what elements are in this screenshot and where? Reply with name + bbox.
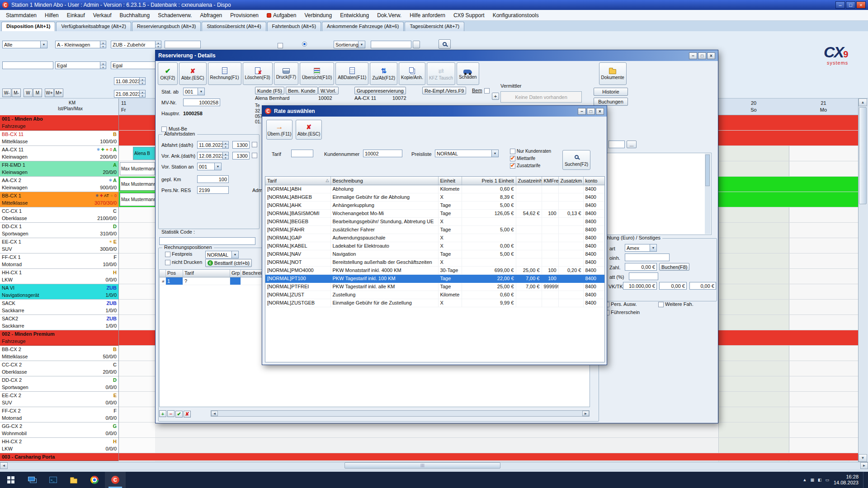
close-icon[interactable]	[707, 52, 715, 59]
uebernehmen-button[interactable]: Übern.(F11)	[266, 120, 292, 140]
vk-input[interactable]: 10.000,00 €	[623, 282, 657, 290]
chevron-down-icon[interactable]	[40, 41, 47, 48]
ellipsis-button[interactable]: ...	[627, 141, 637, 148]
rate-col-beschreibung[interactable]: Beschreibung	[330, 177, 438, 185]
range-button-w[interactable]: W+	[45, 89, 54, 97]
horizontal-scrollbar[interactable]	[0, 462, 868, 469]
menu-item-verbindung[interactable]: Verbindung	[300, 11, 336, 20]
tray-network-icon[interactable]: ▦	[810, 478, 814, 482]
toolbar-kopie-anh[interactable]: Kopie/Anh.	[399, 62, 425, 85]
tab-tages-bersicht-alt-7[interactable]: Tagesübersicht (Alt+7)	[405, 22, 464, 31]
fleet-row-fr-emd-1[interactable]: FR-EMD 1AKleinwagen20/0/0	[0, 161, 118, 177]
rate-titlebar[interactable]: C Rate auswählen	[262, 106, 607, 117]
scroll-right-icon[interactable]	[860, 462, 868, 469]
spinner-icon[interactable]	[139, 90, 145, 97]
positions-col-pos[interactable]: Pos	[166, 270, 183, 277]
buchungen-button[interactable]: Buchungen	[594, 98, 628, 106]
toolbar-sch-den[interactable]: Schäden	[457, 62, 479, 85]
festpreis-checkbox[interactable]	[165, 252, 170, 257]
fleet-group-002-minden-premium[interactable]: 002 - Minden PremiumFahrzeuge	[0, 330, 118, 346]
hscrollbar-thumb[interactable]	[344, 462, 500, 469]
spinner-icon[interactable]	[155, 41, 161, 48]
gruppenreservierung-button[interactable]: Gruppenreservierung	[354, 87, 406, 94]
reservierung-titlebar[interactable]: Reservierung - Details	[156, 50, 718, 61]
abfahrt-checkbox[interactable]	[252, 142, 257, 147]
toolbar-abbr-esc[interactable]: Abbr.(ESC)	[179, 62, 207, 85]
rate-col-tarif[interactable]: Tarif	[265, 177, 330, 185]
rate-col-konto[interactable]: konto	[583, 177, 605, 185]
tray-input-icon[interactable]: ▭	[825, 478, 829, 482]
nur-kundenraten-checkbox[interactable]	[510, 149, 515, 154]
bis-date-input[interactable]: 21.08.2023	[114, 90, 146, 98]
vor-ank-checkbox[interactable]	[252, 153, 257, 158]
ausst-zeitraum-checkbox[interactable]	[278, 43, 283, 48]
fahrzeuge-von-select[interactable]: A - Kleinwagen	[55, 41, 106, 48]
oinh-input[interactable]	[625, 253, 670, 261]
menu-item-einkauf[interactable]: Einkauf	[63, 11, 89, 20]
timeline-row-gg-cx-2[interactable]	[119, 422, 858, 438]
rate-row-normal-begeb[interactable]: [NORMAL]BEGEBBearbeitungsgebühr/ Stundun…	[265, 217, 605, 225]
add-position-button[interactable]: +	[159, 410, 166, 417]
fleet-row-ff-cx-1[interactable]: FF-CX 1FMotorrad10/0/0	[0, 253, 118, 269]
vor-ank-date-input[interactable]: 12.08.2023	[197, 152, 229, 160]
vor-station-select[interactable]: 001	[197, 163, 222, 170]
rate-col-kmfrei[interactable]: KMFrei	[542, 177, 558, 185]
rate-row-normal-pmo4000[interactable]: [NORMAL]PMO4000PKW Monatstarif inkl. 400…	[265, 266, 605, 274]
statistik-input[interactable]	[159, 237, 255, 245]
range-button-m[interactable]: M+	[54, 89, 63, 97]
von-date-input[interactable]: 11.08.2023	[114, 77, 146, 85]
rate-row-normal-abh[interactable]: [NORMAL]ABHAbholungKilomete0,60 €8400	[265, 185, 605, 193]
spinner-icon[interactable]	[222, 141, 228, 148]
timeline-row-003-carsharing-porta[interactable]	[119, 453, 858, 461]
tk-input-1[interactable]: 0,00 €	[659, 282, 687, 290]
spinner-icon[interactable]	[100, 41, 106, 48]
kundennummer-input[interactable]: 10002	[363, 150, 402, 157]
panel-scrollbar[interactable]	[705, 154, 711, 234]
rate-row-normal-zustgeb[interactable]: [NORMAL]ZUSTGEBEinmalige Gebühr für die …	[265, 299, 605, 307]
menu-item-abfragen[interactable]: Abfragen	[196, 11, 226, 20]
toolbar-druck-f7[interactable]: Druck(F7)	[274, 62, 298, 85]
menu-item-aufgaben[interactable]: Aufgaben	[263, 11, 300, 20]
chevron-down-icon[interactable]	[231, 251, 238, 258]
abfahrt-time-input[interactable]: 1300	[232, 141, 250, 149]
rate-row-normal-nav[interactable]: [NORMAL]NAVNavigationTage5,00 €8400	[265, 250, 605, 258]
apply-position-button[interactable]: ✔	[175, 411, 183, 418]
fleet-row-hh-cx-2[interactable]: HH-CX 2HLKW0/0/0	[0, 438, 118, 453]
close-icon[interactable]: ×	[856, 1, 866, 9]
fleet-row-sack2[interactable]: SACK2ZUBSackkarre1/0/0	[0, 315, 118, 330]
spinner-icon[interactable]	[139, 78, 145, 84]
preisliste-select[interactable]: NORMAL	[435, 150, 499, 157]
ausstattung-input[interactable]	[165, 41, 201, 48]
right-mini-input[interactable]	[609, 141, 625, 148]
show-desktop-button[interactable]	[863, 472, 865, 488]
taskbar-app-displays[interactable]	[22, 472, 42, 488]
fleet-row-aa-cx-2[interactable]: AA-CX 2❄AKleinwagen900/0/0	[0, 177, 118, 192]
positions-col-tarif[interactable]: Tarif	[183, 270, 230, 277]
toolbar-kfz-tausch[interactable]: KFZ Tausch	[427, 62, 455, 85]
range-button-w[interactable]: W-	[2, 89, 11, 97]
tab-fahrtenbuch-alt-5[interactable]: Fahrtenbuch (Alt+5)	[267, 22, 321, 31]
taskbar-app-cx9[interactable]: C	[105, 472, 126, 488]
menu-item-entwicklung[interactable]: Entwicklung	[336, 11, 373, 20]
fleet-row-bb-cx-11[interactable]: BB-CX 11BMittelklasse100/0/0	[0, 131, 118, 146]
menu-item-schadenverw[interactable]: Schadenverw.	[154, 11, 196, 20]
range-button-m[interactable]: M	[33, 89, 42, 97]
rate-row-normal-zust[interactable]: [NORMAL]ZUSTZustellungKilomete0,60 €8400	[265, 291, 605, 299]
spinner-icon[interactable]	[100, 62, 106, 69]
fleet-row-hh-cx-1[interactable]: HH-CX 1HLKW0/0/0	[0, 269, 118, 284]
historie-button[interactable]: Historie	[594, 88, 628, 96]
vertical-scrollbar[interactable]	[858, 99, 867, 462]
fleet-row-bb-cx-1[interactable]: BB-CX 1❄✚AT★0Mittelklasse3070/30/0	[0, 192, 118, 207]
tab-ankommende-fahrzeuge-alt-6[interactable]: Ankommende Fahrzeuge (Alt+6)	[322, 22, 404, 31]
rate-col-preis-1-einheit[interactable]: Preis 1 Einheit	[462, 177, 516, 185]
fleet-row-ff-cx-2[interactable]: FF-CX 2FMotorrad0/0/0	[0, 407, 118, 422]
rate-row-normal-ptfrei[interactable]: [NORMAL]PTFREIPKW Tagestarif inkl. alle …	[265, 282, 605, 291]
bem-kunde-button[interactable]: Bem. Kunde	[286, 87, 318, 94]
rate-row-normal-fahr[interactable]: [NORMAL]FAHRzusätzlicher FahrerTage5,00 …	[265, 225, 605, 234]
taskbar-app-chrome[interactable]	[84, 472, 105, 488]
fleet-row-dd-cx-1[interactable]: DD-CX 1DSportwagen310/0/0	[0, 223, 118, 238]
minimize-icon[interactable]: –	[835, 1, 845, 9]
minimize-icon[interactable]	[578, 108, 586, 115]
toolbar-abdaten-f11[interactable]: ABDaten(F11)	[335, 62, 368, 85]
fleet-row-gg-cx-2[interactable]: GG-CX 2GWohnmobil0/0/0	[0, 422, 118, 438]
